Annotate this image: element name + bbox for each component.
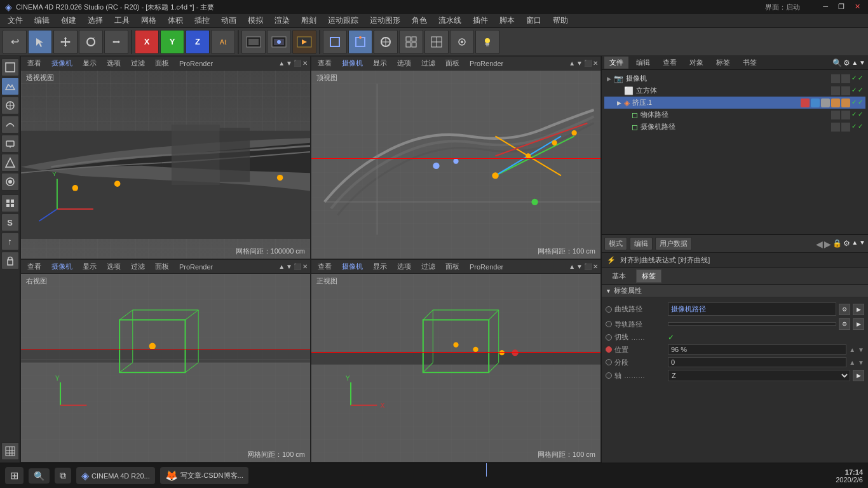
axis-x-button[interactable]: X [135,30,159,54]
menu-simulate[interactable]: 模拟 [243,14,268,27]
left-btn-lock[interactable] [1,252,19,269]
menu-tools[interactable]: 工具 [109,14,135,27]
vp-front-nav-2[interactable]: ▼ [576,263,583,270]
vp-right-close[interactable]: ✕ [302,263,308,270]
left-btn-6[interactable] [1,154,19,172]
prop-radio-tangent[interactable] [606,334,612,341]
attr-settings2-icon[interactable]: ⚙ [843,239,850,249]
viewport-right[interactable]: 查看 摄像机 显示 选项 过滤 面板 ProRender ▲ ▼ ⬛ ✕ 右视图 [20,259,311,463]
menu-character[interactable]: 角色 [407,14,432,27]
prop-axis-btn[interactable]: ▶ [853,370,864,381]
menu-script[interactable]: 脚本 [494,14,520,27]
attr-nav-right[interactable]: ▶ [824,239,831,249]
axis-y-button[interactable]: Y [160,30,184,54]
prop-curve-btn1[interactable]: ⚙ [839,304,850,315]
prop-seg-down[interactable]: ▼ [858,359,864,366]
move-tool-button[interactable] [374,30,398,54]
undo-button[interactable]: ↩ [3,30,27,54]
vp-front-close[interactable]: ✕ [593,263,598,270]
taskbar-search[interactable]: 🔍 [29,468,50,484]
menu-sculpt[interactable]: 插控 [189,14,215,27]
prop-curve-btn2[interactable]: ▶ [853,304,864,315]
menu-select[interactable]: 选择 [83,14,108,27]
obj-tab-edit[interactable]: 编辑 [631,57,655,69]
menu-sculpt2[interactable]: 雕刻 [296,14,322,27]
prop-select-axis[interactable]: Z X Y [668,370,850,381]
vp-persp-camera[interactable]: 摄像机 [48,58,76,69]
left-btn-3[interactable] [1,97,19,114]
attr-nav-left[interactable]: ◀ [816,239,823,249]
vp-persp-select[interactable]: 选项 [103,58,125,69]
left-btn-4[interactable] [1,116,19,133]
prop-radio-rail[interactable] [606,321,612,327]
attr-edit-btn[interactable]: 编辑 [630,237,653,250]
menu-window[interactable]: 窗口 [521,14,546,27]
menu-mesh[interactable]: 网格 [136,14,161,27]
vp-top-filter[interactable]: 过滤 [417,58,439,69]
snap-button[interactable] [399,30,423,54]
vp-right-prorender[interactable]: ProRender [175,262,217,271]
left-btn-grid[interactable] [1,442,19,460]
vp-right-select[interactable]: 选项 [103,261,125,272]
world-button[interactable]: At [211,30,235,54]
vp-top-select[interactable]: 选项 [393,58,415,69]
obj-search-icon[interactable]: 🔍 [832,58,842,67]
vp-front-prorender[interactable]: ProRender [466,262,507,271]
vp-front-select[interactable]: 选项 [393,261,415,272]
left-btn-2[interactable] [1,78,19,95]
vp-front-expand[interactable]: ⬛ [584,263,592,270]
object-mode-button[interactable] [323,30,347,54]
vp-front-panel[interactable]: 面板 [442,261,463,272]
vp-persp-prorender[interactable]: ProRender [175,59,217,68]
light-button[interactable] [475,30,499,54]
left-btn-7[interactable] [1,173,19,191]
vp-right-nav-2[interactable]: ▼ [286,263,292,270]
vp-front-display[interactable]: 显示 [369,261,391,272]
menu-plugin[interactable]: 插件 [468,14,493,27]
menu-help[interactable]: 帮助 [548,14,573,27]
vp-persp-filter[interactable]: 过滤 [127,58,149,69]
vp-top-expand[interactable]: ⬛ [584,60,592,67]
menu-volume[interactable]: 体积 [163,14,188,27]
menu-file[interactable]: 文件 [3,14,28,27]
tree-item-campath[interactable]: ▶ ◻ 摄像机路径 ✓ ✓ [604,121,865,133]
vp-top-look[interactable]: 查看 [314,58,336,69]
taskbar-taskview[interactable]: ⧉ [55,468,71,484]
prop-rail-btn2[interactable]: ▶ [853,318,864,330]
prop-pos-down[interactable]: ▼ [858,346,864,353]
restore-button[interactable]: ❐ [836,3,847,12]
minimize-button[interactable]: ─ [820,3,831,12]
titlebar-controls[interactable]: 界面：启动 ─ ❐ ✕ [763,3,863,12]
cube-ctrl-check2[interactable]: ✓ [858,86,863,95]
tree-item-extrude[interactable]: ▶ ◈ 挤压.1 ✓ ✓ [604,97,865,109]
vp-persp-display[interactable]: 显示 [79,58,100,69]
settings-button[interactable] [450,30,474,54]
campath-ctrl-check[interactable]: ✓ [851,123,857,132]
obj-nav-down[interactable]: ▼ [859,59,865,66]
prop-input-segment[interactable] [668,357,846,367]
objpath-ctrl-check2[interactable]: ✓ [858,111,863,119]
render-button[interactable] [292,30,316,54]
menu-render[interactable]: 渲染 [269,14,295,27]
prop-value-curve[interactable]: 摄像机路径 [668,302,836,316]
attr-nav2-down[interactable]: ▼ [859,239,865,249]
vp-persp-nav-1[interactable]: ▲ [278,60,285,67]
texture-button[interactable] [424,30,449,54]
scale-button[interactable] [104,30,128,54]
left-btn-1[interactable] [1,58,19,76]
axis-z-button[interactable]: Z [186,30,210,54]
menu-motion-graph[interactable]: 运动图形 [365,14,405,27]
attr-lock-icon[interactable]: 🔒 [832,239,842,249]
tree-item-objpath[interactable]: ▶ ◻ 物体路径 ✓ ✓ [604,109,865,121]
vp-top-panel[interactable]: 面板 [442,58,463,69]
obj-nav-up[interactable]: ▲ [851,59,858,66]
prop-radio-curve[interactable] [606,306,612,313]
taskbar-firefox[interactable]: 🦊 写文章-CSDN博客... [160,467,248,484]
vp-front-nav-1[interactable]: ▲ [569,263,575,270]
menu-pipeline[interactable]: 流水线 [433,14,466,27]
vp-persp-nav-2[interactable]: ▼ [286,60,292,67]
tree-item-camera[interactable]: ▶ 📷 摄像机 ✓ ✓ [604,72,865,85]
vp-top-nav-2[interactable]: ▼ [576,60,583,67]
prop-rail-btn1[interactable]: ⚙ [839,318,850,330]
prop-radio-segment[interactable] [606,359,612,365]
